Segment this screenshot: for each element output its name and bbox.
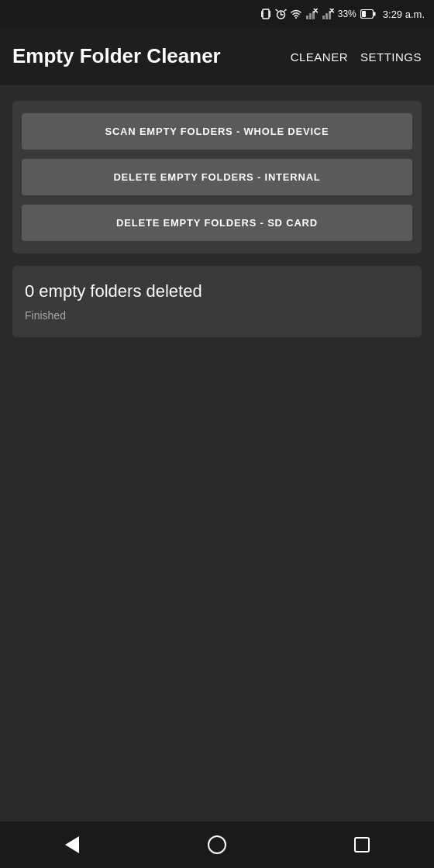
battery-icon xyxy=(360,9,376,19)
signal-x-icon-2 xyxy=(322,9,334,19)
svg-rect-15 xyxy=(326,13,328,19)
status-time: 3:29 a.m. xyxy=(383,9,425,20)
svg-rect-0 xyxy=(263,9,269,19)
home-icon xyxy=(208,835,226,854)
svg-rect-1 xyxy=(261,11,263,17)
back-icon xyxy=(65,836,79,853)
recents-icon xyxy=(354,837,370,852)
results-count: 0 empty folders deleted xyxy=(25,281,409,301)
action-buttons-card: SCAN EMPTY FOLDERS - WHOLE DEVICE DELETE… xyxy=(12,101,422,253)
status-bar: 33% 3:29 a.m. xyxy=(0,0,434,28)
nav-link-cleaner[interactable]: CLEANER xyxy=(291,50,348,64)
nav-links: CLEANER SETTINGS xyxy=(291,50,422,64)
scan-whole-device-button[interactable]: SCAN EMPTY FOLDERS - WHOLE DEVICE xyxy=(22,113,412,150)
svg-rect-2 xyxy=(269,11,270,17)
svg-rect-21 xyxy=(374,12,376,16)
signal-x-icon-1 xyxy=(305,9,318,19)
delete-sd-card-button[interactable]: DELETE EMPTY FOLDERS - SD CARD xyxy=(22,205,412,241)
battery-percent: 33% xyxy=(338,9,356,19)
svg-point-8 xyxy=(295,17,297,19)
svg-rect-20 xyxy=(362,11,366,17)
back-button[interactable] xyxy=(57,829,88,860)
vibrate-icon xyxy=(260,8,271,20)
recents-button[interactable] xyxy=(346,829,377,860)
bottom-nav-bar xyxy=(0,822,434,868)
results-card: 0 empty folders deleted Finished xyxy=(12,266,422,337)
status-icons: 33% 3:29 a.m. xyxy=(260,8,425,20)
svg-line-7 xyxy=(284,9,286,11)
delete-internal-button[interactable]: DELETE EMPTY FOLDERS - INTERNAL xyxy=(22,159,412,195)
home-button[interactable] xyxy=(202,829,232,860)
nav-link-settings[interactable]: SETTINGS xyxy=(360,50,422,64)
svg-line-6 xyxy=(276,9,277,11)
nav-bar: Empty Folder Cleaner CLEANER SETTINGS xyxy=(0,28,434,85)
svg-rect-10 xyxy=(309,13,312,19)
main-content: SCAN EMPTY FOLDERS - WHOLE DEVICE DELETE… xyxy=(0,85,434,365)
app-title: Empty Folder Cleaner xyxy=(12,44,221,68)
results-status: Finished xyxy=(25,309,409,322)
wifi-icon xyxy=(291,9,301,19)
alarm-icon xyxy=(275,9,287,20)
svg-rect-14 xyxy=(322,16,325,19)
svg-rect-9 xyxy=(306,16,308,19)
